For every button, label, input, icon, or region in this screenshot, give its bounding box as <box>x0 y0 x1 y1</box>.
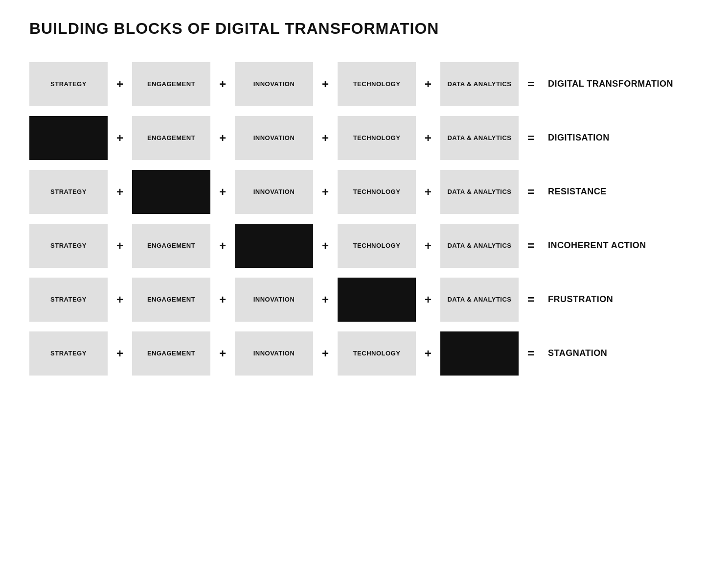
block-3-2 <box>132 170 210 214</box>
plus-operator-4-3: + <box>313 239 338 253</box>
result-label-4: INCOHERENT ACTION <box>548 240 646 251</box>
plus-operator-6-1: + <box>108 347 132 360</box>
block-3-1: STRATEGY <box>29 170 108 214</box>
block-2-5: DATA & ANALYTICS <box>440 116 519 160</box>
block-5-5: DATA & ANALYTICS <box>440 278 519 322</box>
block-1-5: DATA & ANALYTICS <box>440 62 519 106</box>
block-4-5: DATA & ANALYTICS <box>440 224 519 268</box>
plus-operator-5-3: + <box>313 293 338 306</box>
equals-operator-4: = <box>519 239 543 253</box>
block-4-4: TECHNOLOGY <box>338 224 416 268</box>
equation-row-1: STRATEGY+ENGAGEMENT+INNOVATION+TECHNOLOG… <box>29 62 699 106</box>
block-6-4: TECHNOLOGY <box>338 331 416 376</box>
block-6-1: STRATEGY <box>29 331 108 376</box>
result-label-2: DIGITISATION <box>548 132 646 143</box>
plus-operator-3-1: + <box>108 185 132 199</box>
block-5-4 <box>338 278 416 322</box>
equals-operator-6: = <box>519 347 543 360</box>
block-5-3: INNOVATION <box>235 278 313 322</box>
block-6-2: ENGAGEMENT <box>132 331 210 376</box>
plus-operator-3-3: + <box>313 185 338 199</box>
block-1-2: ENGAGEMENT <box>132 62 210 106</box>
block-6-5 <box>440 331 519 376</box>
page-title: BUILDING BLOCKS OF DIGITAL TRANSFORMATIO… <box>29 20 439 38</box>
plus-operator-5-2: + <box>210 293 235 306</box>
block-1-4: TECHNOLOGY <box>338 62 416 106</box>
result-label-6: STAGNATION <box>548 348 646 359</box>
block-4-2: ENGAGEMENT <box>132 224 210 268</box>
equation-row-2: +ENGAGEMENT+INNOVATION+TECHNOLOGY+DATA &… <box>29 116 699 160</box>
block-2-1 <box>29 116 108 160</box>
equals-operator-3: = <box>519 185 543 199</box>
block-3-5: DATA & ANALYTICS <box>440 170 519 214</box>
plus-operator-3-2: + <box>210 185 235 199</box>
plus-operator-2-4: + <box>416 131 440 145</box>
plus-operator-4-2: + <box>210 239 235 253</box>
plus-operator-1-3: + <box>313 77 338 91</box>
plus-operator-5-1: + <box>108 293 132 306</box>
plus-operator-3-4: + <box>416 185 440 199</box>
plus-operator-6-3: + <box>313 347 338 360</box>
block-5-1: STRATEGY <box>29 278 108 322</box>
block-3-3: INNOVATION <box>235 170 313 214</box>
result-label-3: RESISTANCE <box>548 186 646 197</box>
result-label-1: DIGITAL TRANSFORMATION <box>548 78 673 90</box>
plus-operator-1-2: + <box>210 77 235 91</box>
equation-row-5: STRATEGY+ENGAGEMENT+INNOVATION++DATA & A… <box>29 278 699 322</box>
plus-operator-6-4: + <box>416 347 440 360</box>
plus-operator-4-1: + <box>108 239 132 253</box>
block-4-1: STRATEGY <box>29 224 108 268</box>
result-label-5: FRUSTRATION <box>548 294 646 305</box>
block-3-4: TECHNOLOGY <box>338 170 416 214</box>
plus-operator-2-1: + <box>108 131 132 145</box>
equals-operator-5: = <box>519 293 543 306</box>
plus-operator-1-1: + <box>108 77 132 91</box>
plus-operator-4-4: + <box>416 239 440 253</box>
equation-row-4: STRATEGY+ENGAGEMENT++TECHNOLOGY+DATA & A… <box>29 224 699 268</box>
plus-operator-5-4: + <box>416 293 440 306</box>
equals-operator-2: = <box>519 131 543 145</box>
block-1-1: STRATEGY <box>29 62 108 106</box>
block-5-2: ENGAGEMENT <box>132 278 210 322</box>
equals-operator-1: = <box>519 77 543 91</box>
equation-grid: STRATEGY+ENGAGEMENT+INNOVATION+TECHNOLOG… <box>29 62 699 376</box>
block-2-3: INNOVATION <box>235 116 313 160</box>
plus-operator-1-4: + <box>416 77 440 91</box>
block-6-3: INNOVATION <box>235 331 313 376</box>
plus-operator-2-2: + <box>210 131 235 145</box>
equation-row-3: STRATEGY++INNOVATION+TECHNOLOGY+DATA & A… <box>29 170 699 214</box>
block-1-3: INNOVATION <box>235 62 313 106</box>
block-2-2: ENGAGEMENT <box>132 116 210 160</box>
plus-operator-2-3: + <box>313 131 338 145</box>
equation-row-6: STRATEGY+ENGAGEMENT+INNOVATION+TECHNOLOG… <box>29 331 699 376</box>
block-4-3 <box>235 224 313 268</box>
plus-operator-6-2: + <box>210 347 235 360</box>
block-2-4: TECHNOLOGY <box>338 116 416 160</box>
